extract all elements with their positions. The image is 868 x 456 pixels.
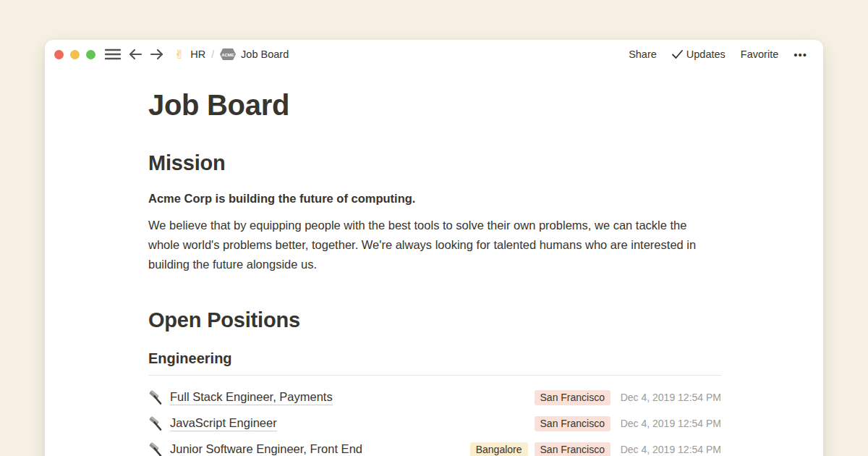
job-link[interactable]: Junior Software Engineer, Front End [170,442,362,456]
breadcrumb-workspace[interactable]: HR [190,48,205,60]
hammer-icon [148,442,163,456]
tag-group: Bangalore San Francisco [470,442,610,456]
back-button[interactable] [128,48,142,60]
close-button[interactable] [54,50,64,59]
tag[interactable]: San Francisco [535,390,610,405]
job-table: Full Stack Engineer, Payments San Franci… [148,384,721,456]
job-date: Dec 4, 2019 12:54 PM [620,392,721,403]
table-row: Junior Software Engineer, Front End Bang… [148,436,721,456]
breadcrumb: ✌ HR / ACME Job Board [174,48,289,61]
updates-button-label: Updates [686,48,726,60]
job-date: Dec 4, 2019 12:54 PM [620,418,721,429]
titlebar-actions: Share Updates Favorite ••• [629,48,807,61]
open-positions-heading: Open Positions [148,307,721,333]
share-button[interactable]: Share [629,48,657,60]
table-row: JavaScript Engineer San Francisco Dec 4,… [148,410,721,436]
more-options-button[interactable]: ••• [793,48,807,61]
mission-heading: Mission [148,150,721,176]
table-row: Full Stack Engineer, Payments San Franci… [148,384,721,410]
hammer-icon [148,416,163,431]
tag[interactable]: San Francisco [535,442,610,456]
forward-button[interactable] [150,48,164,60]
check-icon [672,50,683,59]
tag[interactable]: Bangalore [470,442,528,456]
svg-text:ACME: ACME [221,53,234,57]
job-link[interactable]: Full Stack Engineer, Payments [170,390,333,405]
engineering-subheading: Engineering [148,349,721,368]
job-link[interactable]: JavaScript Engineer [170,416,277,431]
zoom-button[interactable] [86,50,95,59]
acme-logo-icon: ACME [220,48,236,60]
job-date: Dec 4, 2019 12:54 PM [620,444,721,455]
tag-group: San Francisco [535,416,610,431]
mission-body: We believe that by equipping people with… [148,216,721,274]
titlebar: ✌ HR / ACME Job Board Share Updates Favo… [45,40,823,69]
sidebar-menu-icon[interactable] [105,48,121,60]
page-content: Job Board Mission Acme Corp is building … [45,69,721,456]
updates-button[interactable]: Updates [672,48,726,60]
victory-hand-emoji-icon: ✌ [174,48,184,61]
tag-group: San Francisco [535,390,610,405]
breadcrumb-page[interactable]: Job Board [241,48,289,60]
desktop-background: { "titlebar": { "breadcrumb": { "workspa… [0,0,868,456]
app-window: ✌ HR / ACME Job Board Share Updates Favo… [45,40,823,456]
page-title: Job Board [148,88,721,122]
minimize-button[interactable] [70,50,80,59]
breadcrumb-separator: / [211,48,214,60]
favorite-button[interactable]: Favorite [741,48,778,60]
tag[interactable]: San Francisco [535,416,610,431]
divider [148,375,721,376]
mission-lead: Acme Corp is building the future of comp… [148,190,721,206]
hammer-icon [148,390,163,405]
traffic-lights [54,50,95,59]
